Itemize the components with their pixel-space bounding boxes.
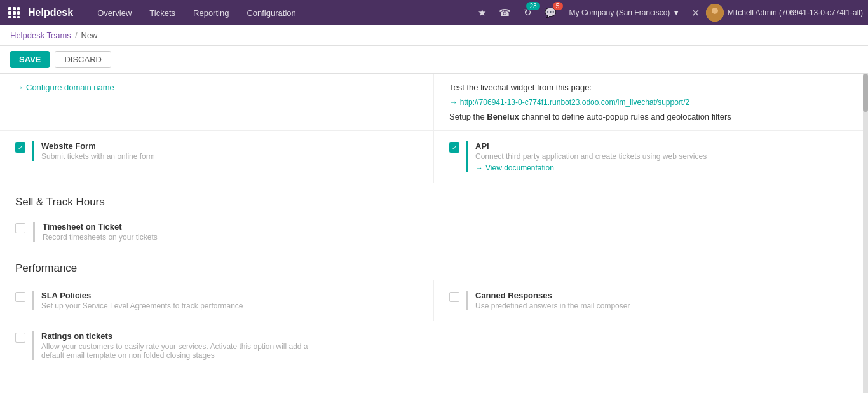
ratings-checkbox[interactable] — [15, 333, 25, 343]
ratings-content: Ratings on tickets Allow your customers … — [32, 331, 308, 360]
company-close-btn[interactable]: ✕ — [689, 7, 702, 19]
sla-title: SLA Policies — [41, 291, 243, 300]
breadcrumb-current: New — [81, 31, 98, 40]
company-name: My Company (San Francisco) — [569, 8, 670, 17]
sla-content: SLA Policies Set up your Service Level A… — [32, 291, 243, 310]
company-dropdown-icon: ▼ — [672, 8, 680, 17]
phone-icon[interactable]: ☎ — [496, 3, 515, 22]
grid-icon[interactable] — [5, 4, 23, 22]
canned-item: Canned Responses Use predefined answers … — [434, 280, 868, 321]
view-docs-arrow: → — [475, 163, 483, 172]
app-brand: Helpdesk — [28, 7, 73, 18]
navbar: Helpdesk Overview Tickets Reporting Conf… — [0, 0, 868, 25]
canned-desc: Use predefined answers in the mail compo… — [475, 301, 630, 310]
website-form-content: Website Form Submit tickets with an onli… — [32, 141, 155, 161]
svg-rect-0 — [8, 7, 11, 10]
navbar-menu: Overview Tickets Reporting Configuration — [88, 0, 472, 25]
user-name[interactable]: Mitchell Admin (706941-13-0-c774f1-all) — [728, 8, 863, 17]
performance-section: Performance SLA Policies Set up your Ser… — [0, 249, 868, 370]
svg-rect-2 — [17, 7, 20, 10]
chat-badge-btn[interactable]: 💬 5 — [541, 3, 560, 22]
chat-count: 5 — [553, 2, 563, 10]
benelux-bold: Benelux — [487, 112, 519, 121]
breadcrumb-parent[interactable]: Helpdesk Teams — [10, 31, 71, 40]
sell-track-heading: Sell & Track Hours — [0, 183, 868, 214]
svg-rect-8 — [17, 16, 20, 18]
website-api-row: ✓ Website Form Submit tickets with an on… — [0, 131, 868, 183]
bottom-padding — [0, 370, 868, 393]
svg-rect-1 — [13, 7, 16, 10]
configure-domain-col: → Configure domain name — [0, 74, 434, 130]
form-scroll[interactable]: → Configure domain name Test the livecha… — [0, 74, 868, 393]
performance-heading: Performance — [0, 249, 868, 280]
website-form-item: ✓ Website Form Submit tickets with an on… — [0, 131, 434, 183]
action-bar: SAVE DISCARD — [0, 46, 868, 74]
star-icon[interactable]: ★ — [473, 3, 492, 22]
ratings-item: Ratings on tickets Allow your customers … — [0, 321, 868, 370]
company-selector[interactable]: My Company (San Francisco) ▼ — [564, 8, 686, 17]
svg-rect-4 — [13, 11, 16, 15]
navbar-right: ★ ☎ ↻ 23 💬 5 My Company (San Francisco) … — [473, 3, 863, 22]
canned-title: Canned Responses — [475, 291, 630, 300]
view-docs-link[interactable]: → View documentation — [475, 163, 707, 172]
nav-tickets[interactable]: Tickets — [140, 0, 184, 25]
api-desc: Connect third party application and crea… — [475, 152, 707, 161]
api-checkbox[interactable]: ✓ — [449, 142, 459, 153]
ratings-desc: Allow your customers to easily rate your… — [41, 342, 308, 360]
livechat-url-link[interactable]: http://706941-13-0-c774f1.runbot23.odoo.… — [460, 98, 690, 107]
save-button[interactable]: SAVE — [10, 51, 50, 68]
api-content: API Connect third party application and … — [466, 141, 707, 172]
user-avatar[interactable] — [706, 4, 724, 22]
timesheet-desc: Record timesheets on your tickets — [43, 233, 158, 242]
svg-rect-6 — [8, 16, 11, 18]
timesheet-checkbox[interactable] — [15, 223, 25, 233]
website-form-title: Website Form — [41, 141, 155, 151]
breadcrumb-separator: / — [75, 31, 78, 40]
website-form-checkbox[interactable]: ✓ — [15, 142, 25, 153]
sell-track-section: Sell & Track Hours Timesheet on Ticket R… — [0, 183, 868, 249]
arrow-right-icon: → — [15, 83, 24, 92]
nav-configuration[interactable]: Configuration — [238, 0, 304, 25]
messages-badge-btn[interactable]: ↻ 23 — [519, 3, 538, 22]
timesheet-title: Timesheet on Ticket — [43, 222, 158, 231]
sla-desc: Set up your Service Level Agreements to … — [41, 301, 243, 310]
svg-rect-3 — [8, 11, 11, 15]
api-title: API — [475, 141, 707, 151]
messages-count: 23 — [526, 2, 539, 10]
svg-point-10 — [712, 8, 718, 14]
livechat-test-label: Test the livechat widget from this page: — [449, 83, 853, 92]
sla-canned-row: SLA Policies Set up your Service Level A… — [0, 280, 868, 321]
ratings-title: Ratings on tickets — [41, 331, 308, 341]
main-content: → Configure domain name Test the livecha… — [0, 74, 868, 393]
configure-domain-link[interactable]: → Configure domain name — [15, 83, 418, 92]
svg-rect-5 — [17, 11, 20, 15]
canned-content: Canned Responses Use predefined answers … — [466, 291, 630, 310]
website-form-desc: Submit tickets with an online form — [41, 152, 155, 161]
sla-checkbox[interactable] — [15, 292, 25, 302]
api-item: ✓ API Connect third party application an… — [434, 131, 868, 183]
nav-reporting[interactable]: Reporting — [184, 0, 238, 25]
livechat-url-arrow: → — [449, 97, 460, 107]
top-partial-section: → Configure domain name Test the livecha… — [0, 74, 868, 131]
benelux-setup-text: Setup the Benelux channel to define auto… — [449, 112, 853, 121]
breadcrumb: Helpdesk Teams / New — [0, 25, 868, 46]
livechat-info-col: Test the livechat widget from this page:… — [434, 74, 868, 130]
timesheet-content: Timesheet on Ticket Record timesheets on… — [33, 222, 158, 242]
svg-rect-7 — [13, 16, 16, 18]
sla-item: SLA Policies Set up your Service Level A… — [0, 280, 434, 321]
timesheet-item: Timesheet on Ticket Record timesheets on… — [0, 214, 868, 249]
nav-overview[interactable]: Overview — [88, 0, 140, 25]
discard-button[interactable]: DISCARD — [55, 51, 111, 68]
canned-checkbox[interactable] — [449, 292, 459, 302]
